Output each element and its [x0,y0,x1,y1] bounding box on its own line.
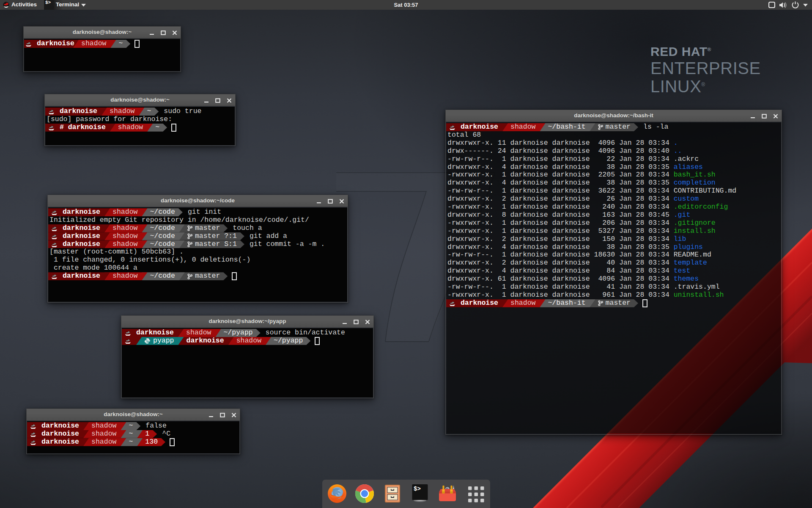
svg-text:$>: $> [414,486,421,492]
